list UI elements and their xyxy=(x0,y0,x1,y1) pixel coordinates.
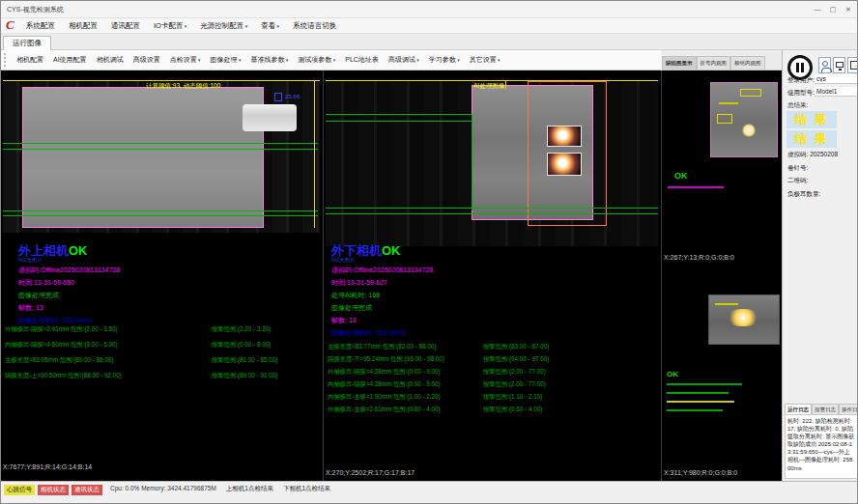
tool-image-processing[interactable]: 图像处理 xyxy=(206,53,246,67)
field-value: 20250208 xyxy=(810,151,838,157)
titlebar: CYS-视觉检测系统 — ▢ ✕ xyxy=(1,1,858,18)
measure-row: 主极宽度=83.05mm 范围:(80.00 - 86.00) xyxy=(5,356,114,365)
alarm-range: 报警范围:(89.00 - 91.00) xyxy=(212,372,277,380)
camera-status-ok: OK xyxy=(69,243,88,258)
menu-view[interactable]: 查看 xyxy=(254,19,286,33)
camera-view-upper: 23.66 计算阈值:93, 动态阈值:100 外上相机OK NG无图片 虚拟码… xyxy=(1,70,322,481)
tool-plc-address-table[interactable]: PLC地址表 xyxy=(340,53,384,67)
measure-row: 隔膜宽度-上=90.50mm 范围:(88.00 - 92.00) xyxy=(5,372,122,380)
measure-row: 外侧极耳-主极=2.61mm 范围:(0.60 - 4.00) xyxy=(328,406,441,414)
toolbar: 相机配置 AI使用配置 相机调试 高级设置 点检设置 图像处理 基准线参数 测试… xyxy=(1,50,661,70)
aux-image-bottom xyxy=(708,294,780,345)
tiny-label-bar xyxy=(719,102,738,104)
aux-ok-text: OK xyxy=(674,171,688,181)
time-line: 时间:13-31-59-627 xyxy=(331,278,387,288)
menu-io-card-config[interactable]: IO卡配置 xyxy=(147,19,193,33)
tiny-text-bar xyxy=(667,401,734,403)
app-logo-icon xyxy=(4,20,19,32)
alarm-range: 报警范围:(83.00 - 87.00) xyxy=(483,343,549,351)
window-title: CYS-视觉检测系统 xyxy=(1,5,811,14)
measure-tag-value: 23.66 xyxy=(285,94,300,99)
camera-name: 外上相机 xyxy=(18,243,69,258)
total-result-label: 总结果: xyxy=(787,101,808,110)
lower-camera-check-result[interactable]: 下相机1点检结果 xyxy=(283,485,330,493)
process-done-line: 图像处理完成 xyxy=(18,291,59,300)
pixel-coords-aux-bottom: X:311;Y:980;R:0;G:0;B:0 xyxy=(664,469,737,476)
measure-row: 外侧极耳-隔膜=4.38mm 范围:(0.00 - 9.00) xyxy=(328,368,441,377)
aux-view-top: OK X:267;Y:13;R:0;G:0;B:0 xyxy=(662,70,782,267)
tool-camera-config[interactable]: 相机配置 xyxy=(12,53,48,67)
measure-line xyxy=(3,215,318,216)
upper-camera-check-result[interactable]: 上相机1点检结果 xyxy=(226,485,273,493)
log-text-area[interactable]: 耗时: 222, 缺陷检测耗时: 17, 缺陷分离耗时: 0, 缺陷提取分离耗时… xyxy=(785,414,858,479)
tool-advanced-debug[interactable]: 高级调试 xyxy=(384,53,424,67)
alarm-range: 报警范围:(81.00 - 85.00) xyxy=(212,356,277,365)
measure-line xyxy=(3,210,318,211)
tab-run-image[interactable]: 运行图像 xyxy=(3,36,51,50)
tool-baseline-params[interactable]: 基准线参数 xyxy=(245,53,293,67)
menu-camera-config[interactable]: 相机配置 xyxy=(62,19,104,33)
virtual-code-line: 虚拟码:Offline2025020813134728 xyxy=(18,266,120,275)
tab-cell-view[interactable]: 极组内观图 xyxy=(730,56,765,70)
result-badge-2: 结 果 xyxy=(786,130,837,148)
menu-light-control-config[interactable]: 光源控制配置 xyxy=(193,19,254,33)
user-lock-button[interactable] xyxy=(818,57,831,73)
tool-learning-params[interactable]: 学习参数 xyxy=(424,53,465,67)
tiny-label-bar xyxy=(668,186,724,188)
measure-line xyxy=(326,121,472,122)
monitor-icon xyxy=(836,62,844,68)
model-input[interactable] xyxy=(815,87,857,97)
qrcode-label: 二维码: xyxy=(787,177,808,185)
ng-note: NG无图片 xyxy=(331,257,356,264)
maximize-icon[interactable]: ▢ xyxy=(826,4,840,15)
sidebar-panel: 登录用户: 使用型号: 总结果: 结 果 结 果 虚拟码: 20250208 卷… xyxy=(782,50,858,481)
neg-tab-count-label: 负极耳数量: xyxy=(787,190,820,199)
login-user-input[interactable] xyxy=(815,74,857,84)
alarm-range: 报警范围:(2.20 - 3.20) xyxy=(212,325,271,334)
camera-image-upper: 23.66 xyxy=(3,80,320,233)
measure-tag-box xyxy=(274,93,282,101)
tool-test-item-params[interactable]: 测试项参数 xyxy=(293,53,340,67)
pixel-coords-lower: X:270;Y:2502;R:17;G:17;B:17 xyxy=(326,469,415,476)
measure-line xyxy=(326,213,658,214)
main-canvas-area: 23.66 计算阈值:93, 动态阈值:100 外上相机OK NG无图片 虚拟码… xyxy=(1,70,782,481)
ai-image-label: AI处理图像 xyxy=(473,82,504,91)
aux-ok-text: OK xyxy=(667,370,678,378)
exit-button[interactable] xyxy=(847,57,858,73)
threshold-overlay: 计算阈值:93, 动态阈值:100 xyxy=(146,82,220,91)
tool-spot-check[interactable]: 点检设置 xyxy=(165,53,206,67)
alarm-range: 报警范围:(2.00 - 77.00) xyxy=(483,380,546,389)
menu-language-switch[interactable]: 系统语言切换 xyxy=(286,19,343,33)
defect-thumb xyxy=(547,153,582,176)
tool-advanced-settings[interactable]: 高级设置 xyxy=(129,53,165,67)
toolbar-grip[interactable] xyxy=(4,53,8,67)
pixel-coords-upper: X:7677;Y:891;R:14;G:14;B:14 xyxy=(3,463,92,470)
tool-camera-debug[interactable]: 相机调试 xyxy=(92,53,129,67)
alarm-range: 报警范围:(0.60 - 4.00) xyxy=(483,406,542,414)
alarm-range: 报警范围:(94.00 - 97.00) xyxy=(483,355,549,364)
measure-line xyxy=(3,143,318,144)
menu-system-config[interactable]: 系统配置 xyxy=(19,19,62,33)
pixel-coords-aux-top: X:267;Y:13;R:0;G:0;B:0 xyxy=(664,254,734,261)
close-icon[interactable]: ✕ xyxy=(842,4,855,15)
tiny-label-bar xyxy=(715,303,738,305)
tab-defect-image[interactable]: 缺陷图显示 xyxy=(662,56,697,70)
highlight-spot xyxy=(729,309,758,326)
highlight-spot xyxy=(742,124,756,137)
time-line: 时间:13-31-59-650 xyxy=(18,278,74,288)
measure-row: 内侧极耳-主极=1.90mm 范围:(1.00 - 2.20) xyxy=(328,393,441,402)
minimize-icon[interactable]: — xyxy=(811,4,824,15)
menu-comm-config[interactable]: 通讯配置 xyxy=(104,19,147,33)
tab-bend-view[interactable]: 折弯内观图 xyxy=(697,56,731,70)
alarm-range: 报警范围:(0.00 - 8.00) xyxy=(212,341,271,350)
tool-other-settings[interactable]: 其它设置 xyxy=(465,53,505,67)
virtual-code-line: 虚拟码:Offline2025020813134728 xyxy=(331,266,433,275)
monitor-button[interactable] xyxy=(833,57,845,73)
alarm-range: 报警范围:(2.00 - 77.00) xyxy=(483,368,546,377)
app-window: CYS-视觉检测系统 — ▢ ✕ 系统配置 相机配置 通讯配置 IO卡配置 光源… xyxy=(0,0,858,504)
roi-mark xyxy=(717,114,732,124)
measure-row: 内侧极耳-隔膜=4.38mm 范围:(0.00 - 9.00) xyxy=(328,380,441,389)
tool-ai-usage-config[interactable]: AI使用配置 xyxy=(48,53,92,67)
status-bar: 心跳信号 相机状态 通讯状态 Cpu: 0.0% Memory: 3424.41… xyxy=(1,481,858,504)
camera-status-ok: OK xyxy=(382,243,401,258)
